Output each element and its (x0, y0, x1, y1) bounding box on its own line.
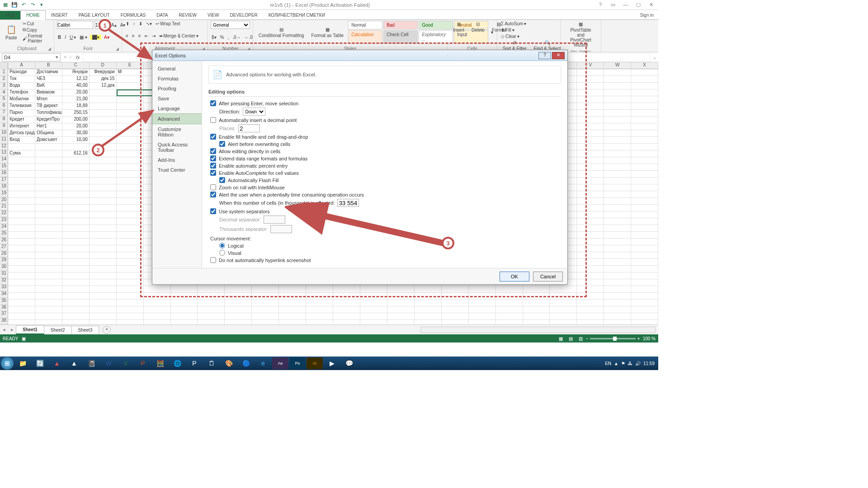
cell[interactable] (577, 313, 604, 320)
cell[interactable] (35, 252, 62, 259)
cell[interactable] (577, 300, 604, 306)
cell[interactable]: Нет1 (35, 123, 62, 130)
cell[interactable] (442, 286, 469, 293)
cell[interactable] (8, 211, 35, 218)
col-header[interactable]: C (62, 62, 90, 69)
cell[interactable] (550, 320, 577, 324)
cell[interactable] (171, 293, 198, 300)
indent-decrease-icon[interactable]: ⇤ (144, 33, 149, 39)
tb-app4-icon[interactable]: 🌐 (169, 357, 185, 369)
cell[interactable]: 21,00 (62, 96, 90, 103)
cut-button[interactable]: ✂ Cut (22, 21, 51, 27)
tab-home[interactable]: HOME (20, 10, 46, 20)
merge-center-button[interactable]: ⬌ Merge & Center ▾ (158, 33, 200, 39)
ribbon-opts-icon[interactable]: ▭ (609, 2, 618, 8)
cell[interactable]: Виваком (35, 89, 62, 96)
clipboard-dialog-launcher[interactable]: ◢ (48, 47, 51, 51)
cell[interactable] (387, 320, 415, 324)
cell[interactable] (62, 279, 90, 286)
cell[interactable] (604, 239, 631, 245)
cell[interactable] (604, 205, 631, 211)
cell[interactable] (469, 306, 496, 313)
cell[interactable] (90, 218, 117, 225)
cell[interactable] (523, 300, 550, 306)
cell[interactable]: М (117, 69, 144, 76)
cell[interactable] (577, 130, 604, 137)
cell[interactable] (198, 306, 225, 313)
cell[interactable] (225, 313, 252, 320)
cell[interactable]: Телефон (8, 89, 35, 96)
cell[interactable] (631, 239, 658, 245)
insert-cells-button[interactable]: ⊞Insert (450, 21, 467, 33)
font-color-button[interactable]: A▾ (103, 34, 110, 40)
cell[interactable] (577, 252, 604, 259)
side-proofing[interactable]: Proofing (152, 84, 202, 94)
cell[interactable] (631, 184, 658, 191)
cell[interactable] (117, 171, 144, 178)
col-header[interactable]: E (117, 62, 144, 69)
align-bottom-icon[interactable]: ⬇ (138, 21, 143, 27)
cell[interactable] (387, 293, 415, 300)
cell[interactable] (225, 320, 252, 324)
cell[interactable] (604, 117, 631, 123)
cell[interactable] (631, 266, 658, 272)
cell[interactable]: 12.дек (90, 83, 117, 89)
cell[interactable]: Сума (8, 150, 35, 157)
cell[interactable] (631, 83, 658, 89)
cell[interactable] (117, 232, 144, 239)
cell[interactable] (144, 300, 171, 306)
tab-pagelayout[interactable]: PAGE LAYOUT (73, 11, 115, 19)
macro-record-icon[interactable]: ▣ (22, 336, 26, 341)
chk-zoom-intellimouse[interactable] (210, 184, 216, 190)
row-header[interactable]: 14 (0, 156, 8, 163)
cell[interactable] (90, 272, 117, 279)
cell[interactable] (469, 293, 496, 300)
cell[interactable] (35, 184, 62, 191)
cell[interactable] (35, 218, 62, 225)
cell[interactable] (631, 306, 658, 313)
cell[interactable] (8, 205, 35, 211)
cell[interactable] (415, 286, 442, 293)
cell[interactable] (62, 259, 90, 266)
cell[interactable] (8, 313, 35, 320)
cell[interactable] (577, 144, 604, 150)
cell[interactable] (90, 110, 117, 117)
cell[interactable] (604, 232, 631, 239)
cell[interactable] (117, 218, 144, 225)
cell[interactable] (171, 306, 198, 313)
align-middle-icon[interactable]: ↕ (132, 21, 136, 27)
delete-cells-button[interactable]: ⊟Delete (469, 21, 487, 33)
cell[interactable] (306, 286, 333, 293)
row-header[interactable]: 23 (0, 217, 8, 224)
cell[interactable] (35, 266, 62, 272)
cell[interactable] (90, 157, 117, 164)
col-header[interactable]: W (604, 62, 631, 69)
cell[interactable] (62, 191, 90, 198)
cell[interactable] (117, 137, 144, 144)
cell[interactable]: Детска градина (8, 130, 35, 137)
cell[interactable] (550, 306, 577, 313)
cell[interactable] (306, 313, 333, 320)
chk-extend-formats[interactable] (210, 155, 216, 161)
cell[interactable] (577, 157, 604, 164)
row-header[interactable]: 29 (0, 257, 8, 264)
side-addins[interactable]: Add-Ins (152, 155, 202, 165)
name-box[interactable]: D4▾ (2, 53, 61, 61)
cell[interactable] (604, 123, 631, 130)
tb-calc-icon[interactable]: 🧮 (152, 357, 168, 369)
side-customize-ribbon[interactable]: Customize Ribbon (152, 124, 202, 140)
row-header[interactable]: 22 (0, 210, 8, 217)
chk-after-enter[interactable] (210, 100, 216, 106)
cell[interactable] (577, 103, 604, 110)
cell[interactable] (604, 69, 631, 76)
cell[interactable] (117, 76, 144, 83)
font-name-input[interactable] (57, 21, 93, 29)
row-header[interactable]: 36 (0, 305, 8, 311)
cell[interactable] (604, 218, 631, 225)
cell[interactable]: дек.15 (90, 76, 117, 83)
cell[interactable] (90, 266, 117, 272)
cell[interactable] (8, 178, 35, 184)
cell[interactable]: ЧЕЗ (35, 76, 62, 83)
cell[interactable] (117, 96, 144, 103)
cell[interactable] (631, 89, 658, 96)
